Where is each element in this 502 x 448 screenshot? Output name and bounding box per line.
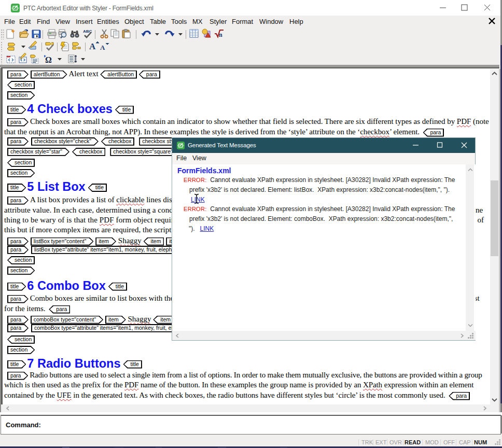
svg-text:Ω: Ω bbox=[45, 55, 52, 64]
svg-text:A: A bbox=[100, 44, 105, 51]
svg-text:n: n bbox=[219, 31, 222, 38]
svg-text:A: A bbox=[89, 41, 96, 51]
